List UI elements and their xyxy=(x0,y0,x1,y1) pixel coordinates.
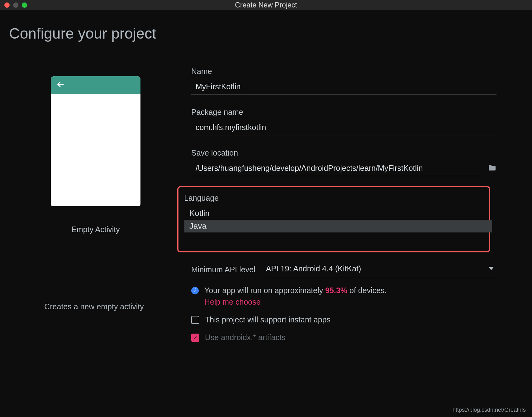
check-icon: ✓ xyxy=(193,334,198,341)
browse-folder-icon[interactable] xyxy=(488,164,496,172)
device-percent: 95.3% xyxy=(325,286,347,295)
save-location-group: Save location xyxy=(191,148,513,176)
info-icon: i xyxy=(191,287,199,294)
api-value: API 19: Android 4.4 (KitKat) xyxy=(266,264,361,273)
save-location-label: Save location xyxy=(191,148,513,157)
content-area: Empty Activity Creates a new empty activ… xyxy=(0,42,532,342)
back-arrow-icon xyxy=(56,80,65,91)
androidx-checkbox[interactable]: ✓ xyxy=(191,334,199,342)
template-name: Empty Activity xyxy=(71,225,120,234)
template-preview xyxy=(51,76,140,206)
watermark: https://blog.csdn.net/Greathfs xyxy=(453,407,526,413)
titlebar: Create New Project xyxy=(0,0,532,10)
api-label: Minimum API level xyxy=(191,265,255,274)
save-location-input[interactable] xyxy=(191,161,482,176)
minimize-window-button[interactable] xyxy=(13,2,18,8)
preview-column: Empty Activity Creates a new empty activ… xyxy=(0,67,191,342)
package-input[interactable] xyxy=(191,120,496,135)
maximize-window-button[interactable] xyxy=(22,2,27,8)
package-label: Package name xyxy=(191,108,513,117)
language-label: Language xyxy=(184,194,483,203)
chevron-down-icon xyxy=(488,266,494,272)
language-highlight: Language Kotlin Java xyxy=(177,186,490,252)
window-controls xyxy=(0,2,27,8)
template-description: Creates a new empty activity xyxy=(0,302,190,311)
name-input[interactable] xyxy=(191,79,496,95)
preview-appbar xyxy=(51,76,140,94)
device-info-text: Your app will run on approximately 95.3%… xyxy=(204,286,387,295)
window-title: Create New Project xyxy=(235,1,297,9)
language-dropdown[interactable]: Kotlin Java xyxy=(184,207,492,232)
help-me-choose-link[interactable]: Help me choose xyxy=(204,298,261,307)
package-group: Package name xyxy=(191,108,513,135)
api-select[interactable]: API 19: Android 4.4 (KitKat) xyxy=(266,262,496,277)
instant-apps-checkbox[interactable] xyxy=(191,316,199,324)
api-level-group: Minimum API level API 19: Android 4.4 (K… xyxy=(191,262,496,277)
name-label: Name xyxy=(191,67,513,76)
page-title: Configure your project xyxy=(9,25,532,42)
language-option-java[interactable]: Java xyxy=(184,220,492,232)
androidx-label: Use androidx.* artifacts xyxy=(205,333,285,342)
form-column: Name Package name Save location Language… xyxy=(191,67,532,342)
name-group: Name xyxy=(191,67,513,95)
close-window-button[interactable] xyxy=(4,2,10,8)
androidx-row: ✓ Use androidx.* artifacts xyxy=(191,333,513,342)
language-option-kotlin[interactable]: Kotlin xyxy=(184,207,492,220)
device-info-row: i Your app will run on approximately 95.… xyxy=(191,286,513,295)
instant-apps-label: This project will support instant apps xyxy=(205,315,330,324)
instant-apps-row: This project will support instant apps xyxy=(191,315,513,324)
svg-marker-1 xyxy=(488,267,494,270)
